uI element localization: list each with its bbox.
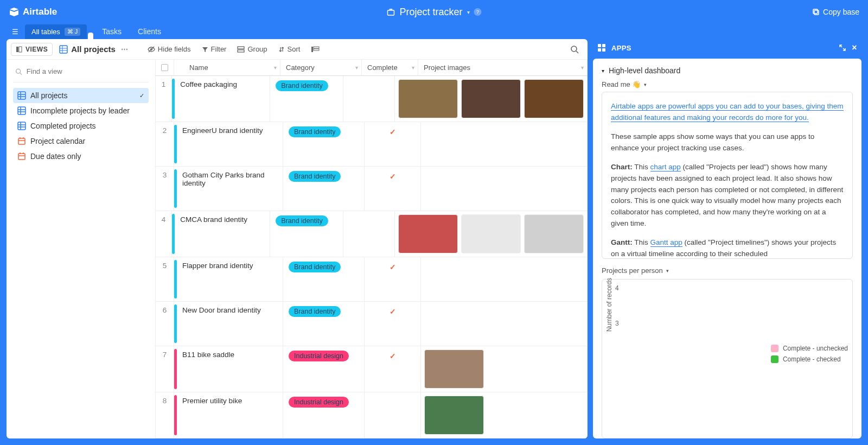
readme-app-content[interactable]: Airtable apps are powerful apps you can …	[602, 92, 853, 259]
cell-complete[interactable]: ✓	[365, 302, 421, 346]
cell-name[interactable]: Flapper brand identity	[177, 257, 283, 301]
search-icon	[570, 45, 579, 54]
apps-header-label: APPS	[611, 44, 631, 52]
column-header-category[interactable]: Category▾	[280, 60, 362, 75]
column-header-name[interactable]: Name▾	[174, 60, 280, 75]
tab-all-tables[interactable]: All tables ⌘ J	[25, 24, 87, 39]
dashboard-selector[interactable]: ▾ High-level dashboard	[593, 64, 861, 80]
base-title-area[interactable]: Project tracker ▾ ?	[386, 7, 481, 18]
cell-complete[interactable]: ✓	[365, 257, 421, 301]
cell-complete[interactable]: ✓	[365, 167, 421, 211]
brand-name: Airtable	[23, 7, 57, 17]
close-icon[interactable]: ×	[852, 43, 857, 53]
cell-complete[interactable]: ✓	[365, 346, 421, 392]
brand-logo[interactable]: Airtable	[9, 7, 57, 17]
view-item[interactable]: Completed projects	[13, 118, 149, 134]
tab-current-table[interactable]	[88, 33, 93, 39]
image-thumbnail[interactable]	[398, 79, 458, 118]
copy-base-button[interactable]: Copy base	[812, 8, 859, 16]
apps-pane: APPS × ▾ High-level dashboard Read me 👋 …	[593, 39, 861, 438]
records-grid[interactable]: Name▾ Category▾ Complete▾ Project images…	[156, 60, 588, 438]
chart-app-content[interactable]: Number of records Complete - unchecked C…	[602, 279, 853, 438]
table-row[interactable]: 8Premier utility bikeIndustrial design	[156, 392, 588, 438]
svg-point-16	[571, 46, 577, 52]
cell-complete[interactable]	[365, 392, 421, 438]
table-row[interactable]: 6New Door brand identityBrand identity✓	[156, 302, 588, 346]
cell-images[interactable]	[421, 122, 588, 166]
cell-images[interactable]	[395, 76, 588, 122]
chevron-down-icon[interactable]: ▾	[274, 65, 277, 71]
view-item[interactable]: Due dates only	[13, 149, 149, 164]
cell-name[interactable]: CMCA brand identity	[175, 211, 270, 257]
cell-category[interactable]: Brand identity	[283, 302, 365, 346]
chart-app-header[interactable]: Projects per person ▾	[593, 266, 861, 279]
group-button[interactable]: Group	[233, 42, 271, 56]
find-view-input[interactable]	[27, 67, 146, 75]
cell-name[interactable]: Gotham City Parks brand identity	[177, 167, 283, 211]
info-icon[interactable]: ?	[474, 8, 482, 16]
column-header-complete[interactable]: Complete▾	[362, 60, 418, 75]
cell-images[interactable]	[421, 346, 588, 392]
cell-category[interactable]: Brand identity	[283, 167, 365, 211]
cell-images[interactable]	[395, 211, 588, 257]
chevron-down-icon[interactable]: ▾	[581, 65, 584, 71]
search-button[interactable]	[566, 42, 583, 56]
view-item[interactable]: Project calendar	[13, 134, 149, 149]
cell-name[interactable]: Coffee packaging	[175, 76, 270, 122]
select-all-checkbox[interactable]	[156, 60, 174, 75]
cell-category[interactable]: Industrial design	[283, 346, 365, 392]
table-row[interactable]: 2EngineerU brand identityBrand identity✓	[156, 122, 588, 167]
current-view-name[interactable]: All projects ⋯	[55, 42, 132, 56]
cell-images[interactable]	[421, 392, 588, 438]
copy-icon	[812, 8, 820, 16]
chevron-down-icon[interactable]: ▾	[412, 65, 414, 71]
cell-images[interactable]	[421, 257, 588, 301]
tab-tasks[interactable]: Tasks	[94, 24, 129, 39]
view-item[interactable]: Incomplete projects by leader	[13, 103, 149, 118]
table-row[interactable]: 7B11 bike saddleIndustrial design✓	[156, 346, 588, 392]
chevron-down-icon: ▾	[644, 82, 647, 87]
cell-category[interactable]: Brand identity	[283, 257, 365, 301]
svg-rect-32	[18, 138, 25, 144]
cell-category[interactable]: Brand identity	[270, 76, 343, 122]
table-row[interactable]: 3Gotham City Parks brand identityBrand i…	[156, 167, 588, 211]
cell-images[interactable]	[421, 302, 588, 346]
tab-clients[interactable]: Clients	[130, 24, 169, 39]
image-thumbnail[interactable]	[424, 349, 484, 389]
image-thumbnail[interactable]	[424, 396, 484, 435]
cell-complete[interactable]	[343, 211, 395, 257]
sort-button[interactable]: Sort	[274, 42, 305, 56]
cell-category[interactable]: Industrial design	[283, 392, 365, 438]
cell-complete[interactable]: ✓	[365, 122, 421, 166]
table-row[interactable]: 5Flapper brand identityBrand identity✓	[156, 257, 588, 302]
more-icon[interactable]: ⋯	[121, 45, 128, 53]
readme-app-header[interactable]: Read me 👋 ▾	[593, 80, 861, 92]
cell-category[interactable]: Brand identity	[283, 122, 365, 166]
check-icon: ✓	[390, 128, 396, 136]
column-header-images[interactable]: Project images▾	[418, 60, 588, 75]
chevron-down-icon[interactable]: ▾	[355, 65, 358, 71]
image-thumbnail[interactable]	[524, 79, 584, 118]
cell-name[interactable]: EngineerU brand identity	[177, 122, 283, 166]
hide-fields-button[interactable]: Hide fields	[143, 42, 195, 56]
menu-icon[interactable]: ☰	[7, 24, 24, 39]
cell-complete[interactable]	[343, 76, 395, 122]
cell-name[interactable]: Premier utility bike	[177, 392, 283, 438]
cell-category[interactable]: Brand identity	[270, 211, 343, 257]
cell-name[interactable]: New Door brand identity	[177, 302, 283, 346]
expand-icon[interactable]	[839, 44, 846, 52]
filter-button[interactable]: Filter	[197, 42, 231, 56]
views-toggle-button[interactable]: VIEWS	[11, 43, 53, 56]
table-row[interactable]: 4CMCA brand identityBrand identity	[156, 211, 588, 257]
image-thumbnail[interactable]	[524, 214, 584, 253]
find-view-search[interactable]	[13, 64, 149, 82]
svg-rect-20	[18, 92, 25, 99]
image-thumbnail[interactable]	[398, 214, 458, 253]
image-thumbnail[interactable]	[461, 214, 521, 253]
color-button[interactable]	[307, 43, 324, 56]
image-thumbnail[interactable]	[461, 79, 521, 118]
cell-name[interactable]: B11 bike saddle	[177, 346, 283, 392]
table-row[interactable]: 1Coffee packagingBrand identity	[156, 76, 588, 122]
cell-images[interactable]	[421, 167, 588, 211]
view-item[interactable]: All projects✓	[13, 88, 149, 103]
